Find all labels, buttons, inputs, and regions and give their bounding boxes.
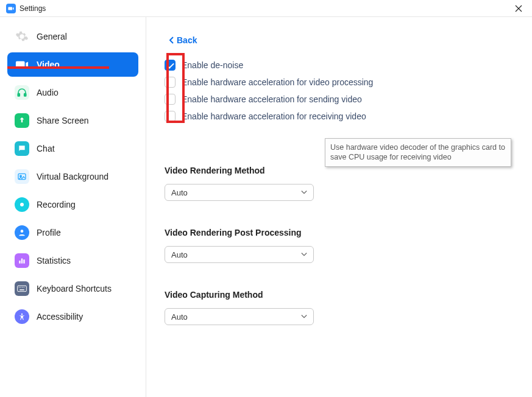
back-label: Back xyxy=(177,35,197,45)
svg-point-13 xyxy=(24,287,24,287)
select-value: Auto xyxy=(171,250,188,259)
window-title: Settings xyxy=(20,4,46,13)
checkbox-row-hw-sending: Enable hardware acceleration for sending… xyxy=(165,94,514,105)
sidebar-item-label: Chat xyxy=(37,144,55,153)
titlebar-left: Settings xyxy=(6,4,46,13)
checkbox-hw-sending[interactable] xyxy=(165,94,176,105)
checkbox-hw-receiving[interactable] xyxy=(165,111,176,122)
svg-rect-14 xyxy=(20,289,24,290)
svg-point-15 xyxy=(21,314,23,315)
sidebar-item-video[interactable]: Video xyxy=(7,52,138,77)
sidebar-item-label: Share Screen xyxy=(37,116,89,125)
svg-point-10 xyxy=(19,287,20,287)
statistics-icon xyxy=(15,253,29,268)
select-post-processing[interactable]: Auto xyxy=(165,246,314,263)
video-icon xyxy=(15,57,29,72)
sidebar-item-statistics[interactable]: Statistics xyxy=(7,248,138,273)
sidebar-item-general[interactable]: General xyxy=(7,24,138,49)
select-capturing-method[interactable]: Auto xyxy=(165,308,314,325)
sidebar-item-label: Statistics xyxy=(37,256,71,265)
chevron-left-icon xyxy=(169,37,174,44)
section-title-post-processing: Video Rendering Post Processing xyxy=(165,228,514,237)
camera-icon xyxy=(8,5,14,12)
sidebar-item-chat[interactable]: Chat xyxy=(7,136,138,161)
sidebar-item-label: Accessibility xyxy=(37,312,83,321)
checkbox-label: Enable hardware acceleration for receivi… xyxy=(182,111,366,121)
sidebar-item-label: Virtual Background xyxy=(37,172,108,181)
checkbox-label: Enable hardware acceleration for video p… xyxy=(182,77,373,87)
checkbox-group: Enable de-noise Enable hardware accelera… xyxy=(165,60,514,122)
close-button[interactable] xyxy=(511,1,526,16)
sidebar-item-audio[interactable]: Audio xyxy=(7,80,138,105)
svg-rect-0 xyxy=(18,94,20,97)
svg-point-4 xyxy=(20,203,24,206)
select-value: Auto xyxy=(171,312,188,321)
headphones-icon xyxy=(15,85,29,100)
chevron-down-icon xyxy=(301,251,307,258)
app-icon xyxy=(6,4,16,13)
sidebar-item-recording[interactable]: Recording xyxy=(7,192,138,217)
sidebar-item-share-screen[interactable]: Share Screen xyxy=(7,108,138,133)
section-title-rendering: Video Rendering Method xyxy=(165,166,514,175)
annotation-underline-video xyxy=(7,66,109,69)
gear-icon xyxy=(15,29,29,44)
sidebar-item-keyboard-shortcuts[interactable]: Keyboard Shortcuts xyxy=(7,276,138,301)
select-rendering-method[interactable]: Auto xyxy=(165,184,314,201)
checkbox-label: Enable hardware acceleration for sending… xyxy=(182,94,362,104)
svg-rect-6 xyxy=(19,261,20,264)
chevron-down-icon xyxy=(301,314,307,320)
checkbox-hw-processing[interactable] xyxy=(165,77,176,88)
sidebar: General Video Audio Share Screen Chat xyxy=(0,17,146,397)
sidebar-item-label: Profile xyxy=(37,228,61,237)
checkbox-row-hw-receiving: Enable hardware acceleration for receivi… xyxy=(165,111,514,122)
svg-point-12 xyxy=(22,287,23,287)
sidebar-item-virtual-background[interactable]: Virtual Background xyxy=(7,164,138,189)
checkbox-label: Enable de-noise xyxy=(182,60,243,70)
titlebar: Settings xyxy=(0,0,532,17)
chat-icon xyxy=(15,141,29,156)
sidebar-item-label: Recording xyxy=(37,200,76,209)
tooltip-text: Use hardware video decoder of the graphi… xyxy=(330,143,505,161)
main: General Video Audio Share Screen Chat xyxy=(0,17,532,397)
svg-rect-9 xyxy=(18,286,27,291)
checkbox-denoise[interactable] xyxy=(165,60,176,71)
recording-icon xyxy=(15,197,29,212)
select-value: Auto xyxy=(171,188,188,197)
tooltip: Use hardware video decoder of the graphi… xyxy=(325,138,511,167)
checkbox-row-denoise: Enable de-noise xyxy=(165,60,514,71)
back-link[interactable]: Back xyxy=(169,35,197,45)
chevron-down-icon xyxy=(301,189,307,195)
share-screen-icon xyxy=(15,113,29,128)
checkbox-row-hw-processing: Enable hardware acceleration for video p… xyxy=(165,77,514,88)
svg-point-5 xyxy=(21,230,24,233)
section-title-capturing: Video Capturing Method xyxy=(165,290,514,300)
svg-rect-7 xyxy=(21,259,23,264)
keyboard-icon xyxy=(15,281,29,296)
sidebar-item-label: General xyxy=(37,32,67,41)
accessibility-icon xyxy=(15,309,29,324)
svg-point-11 xyxy=(20,287,21,287)
svg-rect-1 xyxy=(24,94,26,97)
content: Back Enable de-noise Enable hardware acc… xyxy=(146,17,532,397)
svg-point-3 xyxy=(20,175,22,177)
profile-icon xyxy=(15,225,29,240)
close-icon xyxy=(515,5,522,12)
sidebar-item-accessibility[interactable]: Accessibility xyxy=(7,304,138,329)
virtual-background-icon xyxy=(15,169,29,184)
svg-rect-8 xyxy=(23,259,24,263)
sidebar-item-label: Audio xyxy=(37,88,59,97)
sidebar-item-profile[interactable]: Profile xyxy=(7,220,138,245)
sidebar-item-label: Keyboard Shortcuts xyxy=(37,284,112,293)
